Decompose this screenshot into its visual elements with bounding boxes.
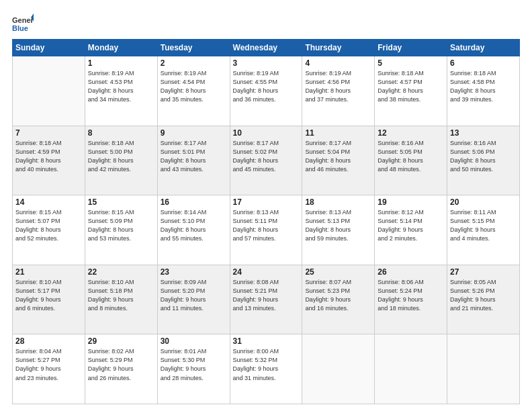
day-info: Sunrise: 8:04 AMSunset: 5:27 PMDaylight:… xyxy=(15,347,82,382)
day-number: 14 xyxy=(15,197,82,207)
calendar-table: SundayMondayTuesdayWednesdayThursdayFrid… xyxy=(12,39,520,404)
weekday-header-cell: Monday xyxy=(85,40,157,56)
calendar-day-cell: 30Sunrise: 8:01 AMSunset: 5:30 PMDayligh… xyxy=(157,334,230,404)
calendar-day-cell: 22Sunrise: 8:10 AMSunset: 5:18 PMDayligh… xyxy=(85,265,157,334)
day-number: 8 xyxy=(88,128,154,138)
calendar-day-cell xyxy=(375,334,447,404)
day-number: 31 xyxy=(233,336,300,346)
calendar-day-cell: 3Sunrise: 8:19 AMSunset: 4:55 PMDaylight… xyxy=(230,56,302,126)
day-info: Sunrise: 8:19 AMSunset: 4:55 PMDaylight:… xyxy=(233,69,300,104)
svg-text:Blue: Blue xyxy=(12,24,28,32)
calendar-week-row: 21Sunrise: 8:10 AMSunset: 5:17 PMDayligh… xyxy=(13,265,520,334)
day-info: Sunrise: 8:17 AMSunset: 5:04 PMDaylight:… xyxy=(305,139,371,174)
calendar-day-cell: 29Sunrise: 8:02 AMSunset: 5:29 PMDayligh… xyxy=(85,334,157,404)
day-number: 28 xyxy=(15,336,82,346)
day-info: Sunrise: 8:19 AMSunset: 4:56 PMDaylight:… xyxy=(305,69,371,104)
day-info: Sunrise: 8:15 AMSunset: 5:07 PMDaylight:… xyxy=(15,208,82,243)
calendar-day-cell: 25Sunrise: 8:07 AMSunset: 5:23 PMDayligh… xyxy=(302,265,375,334)
day-info: Sunrise: 8:15 AMSunset: 5:09 PMDaylight:… xyxy=(88,208,154,243)
weekday-header-row: SundayMondayTuesdayWednesdayThursdayFrid… xyxy=(13,40,520,56)
day-number: 4 xyxy=(305,58,371,68)
calendar-day-cell: 1Sunrise: 8:19 AMSunset: 4:53 PMDaylight… xyxy=(85,56,157,126)
calendar-day-cell: 13Sunrise: 8:16 AMSunset: 5:06 PMDayligh… xyxy=(447,126,520,195)
day-number: 10 xyxy=(233,128,300,138)
calendar-day-cell xyxy=(447,334,520,404)
logo: General Blue xyxy=(12,12,36,34)
calendar-day-cell: 21Sunrise: 8:10 AMSunset: 5:17 PMDayligh… xyxy=(13,265,85,334)
calendar-day-cell: 23Sunrise: 8:09 AMSunset: 5:20 PMDayligh… xyxy=(157,265,230,334)
day-number: 30 xyxy=(161,336,227,346)
calendar-day-cell: 6Sunrise: 8:18 AMSunset: 4:58 PMDaylight… xyxy=(447,56,520,126)
day-info: Sunrise: 8:07 AMSunset: 5:23 PMDaylight:… xyxy=(305,278,371,313)
day-number: 11 xyxy=(305,128,371,138)
day-info: Sunrise: 8:06 AMSunset: 5:24 PMDaylight:… xyxy=(378,278,444,313)
day-number: 1 xyxy=(88,58,154,68)
day-number: 21 xyxy=(15,267,82,277)
day-info: Sunrise: 8:16 AMSunset: 5:06 PMDaylight:… xyxy=(450,139,517,174)
day-number: 16 xyxy=(161,197,227,207)
day-info: Sunrise: 8:02 AMSunset: 5:29 PMDaylight:… xyxy=(88,347,154,382)
calendar-day-cell: 17Sunrise: 8:13 AMSunset: 5:11 PMDayligh… xyxy=(230,195,302,265)
day-info: Sunrise: 8:17 AMSunset: 5:02 PMDaylight:… xyxy=(233,139,300,174)
calendar-day-cell: 14Sunrise: 8:15 AMSunset: 5:07 PMDayligh… xyxy=(13,195,85,265)
day-info: Sunrise: 8:11 AMSunset: 5:15 PMDaylight:… xyxy=(450,208,517,243)
day-info: Sunrise: 8:18 AMSunset: 5:00 PMDaylight:… xyxy=(88,139,154,174)
weekday-header-cell: Tuesday xyxy=(157,40,230,56)
day-number: 20 xyxy=(450,197,517,207)
day-info: Sunrise: 8:19 AMSunset: 4:53 PMDaylight:… xyxy=(88,69,154,104)
calendar-day-cell: 16Sunrise: 8:14 AMSunset: 5:10 PMDayligh… xyxy=(157,195,230,265)
calendar-day-cell xyxy=(13,56,85,126)
day-number: 17 xyxy=(233,197,300,207)
day-number: 5 xyxy=(378,58,444,68)
calendar-week-row: 1Sunrise: 8:19 AMSunset: 4:53 PMDaylight… xyxy=(13,56,520,126)
calendar-day-cell: 18Sunrise: 8:13 AMSunset: 5:13 PMDayligh… xyxy=(302,195,375,265)
day-number: 7 xyxy=(15,128,82,138)
day-info: Sunrise: 8:18 AMSunset: 4:59 PMDaylight:… xyxy=(15,139,82,174)
calendar-day-cell: 31Sunrise: 8:00 AMSunset: 5:32 PMDayligh… xyxy=(230,334,302,404)
calendar-day-cell: 7Sunrise: 8:18 AMSunset: 4:59 PMDaylight… xyxy=(13,126,85,195)
day-info: Sunrise: 8:01 AMSunset: 5:30 PMDaylight:… xyxy=(161,347,227,382)
calendar-day-cell: 28Sunrise: 8:04 AMSunset: 5:27 PMDayligh… xyxy=(13,334,85,404)
day-number: 6 xyxy=(450,58,517,68)
day-number: 29 xyxy=(88,336,154,346)
page: General Blue SundayMondayTuesdayWednesda… xyxy=(0,0,532,411)
calendar-day-cell: 9Sunrise: 8:17 AMSunset: 5:01 PMDaylight… xyxy=(157,126,230,195)
day-info: Sunrise: 8:08 AMSunset: 5:21 PMDaylight:… xyxy=(233,278,300,313)
calendar-day-cell: 2Sunrise: 8:19 AMSunset: 4:54 PMDaylight… xyxy=(157,56,230,126)
calendar-day-cell: 5Sunrise: 8:18 AMSunset: 4:57 PMDaylight… xyxy=(375,56,447,126)
day-number: 19 xyxy=(378,197,444,207)
day-info: Sunrise: 8:10 AMSunset: 5:18 PMDaylight:… xyxy=(88,278,154,313)
calendar-day-cell: 4Sunrise: 8:19 AMSunset: 4:56 PMDaylight… xyxy=(302,56,375,126)
day-number: 22 xyxy=(88,267,154,277)
calendar-day-cell xyxy=(302,334,375,404)
weekday-header-cell: Friday xyxy=(375,40,447,56)
calendar-week-row: 14Sunrise: 8:15 AMSunset: 5:07 PMDayligh… xyxy=(13,195,520,265)
calendar-day-cell: 15Sunrise: 8:15 AMSunset: 5:09 PMDayligh… xyxy=(85,195,157,265)
header: General Blue xyxy=(12,12,520,34)
weekday-header-cell: Thursday xyxy=(302,40,375,56)
day-number: 13 xyxy=(450,128,517,138)
calendar-day-cell: 20Sunrise: 8:11 AMSunset: 5:15 PMDayligh… xyxy=(447,195,520,265)
weekday-header-cell: Wednesday xyxy=(230,40,302,56)
day-number: 18 xyxy=(305,197,371,207)
day-number: 12 xyxy=(378,128,444,138)
day-number: 25 xyxy=(305,267,371,277)
logo-icon: General Blue xyxy=(12,12,34,34)
calendar-day-cell: 24Sunrise: 8:08 AMSunset: 5:21 PMDayligh… xyxy=(230,265,302,334)
day-number: 3 xyxy=(233,58,300,68)
day-info: Sunrise: 8:17 AMSunset: 5:01 PMDaylight:… xyxy=(161,139,227,174)
day-info: Sunrise: 8:12 AMSunset: 5:14 PMDaylight:… xyxy=(378,208,444,243)
day-number: 15 xyxy=(88,197,154,207)
day-number: 26 xyxy=(378,267,444,277)
day-info: Sunrise: 8:14 AMSunset: 5:10 PMDaylight:… xyxy=(161,208,227,243)
day-info: Sunrise: 8:13 AMSunset: 5:13 PMDaylight:… xyxy=(305,208,371,243)
day-number: 23 xyxy=(161,267,227,277)
day-info: Sunrise: 8:16 AMSunset: 5:05 PMDaylight:… xyxy=(378,139,444,174)
day-info: Sunrise: 8:18 AMSunset: 4:58 PMDaylight:… xyxy=(450,69,517,104)
day-info: Sunrise: 8:00 AMSunset: 5:32 PMDaylight:… xyxy=(233,347,300,382)
calendar-day-cell: 26Sunrise: 8:06 AMSunset: 5:24 PMDayligh… xyxy=(375,265,447,334)
day-info: Sunrise: 8:05 AMSunset: 5:26 PMDaylight:… xyxy=(450,278,517,313)
calendar-week-row: 28Sunrise: 8:04 AMSunset: 5:27 PMDayligh… xyxy=(13,334,520,404)
calendar-body: 1Sunrise: 8:19 AMSunset: 4:53 PMDaylight… xyxy=(13,56,520,404)
calendar-day-cell: 27Sunrise: 8:05 AMSunset: 5:26 PMDayligh… xyxy=(447,265,520,334)
